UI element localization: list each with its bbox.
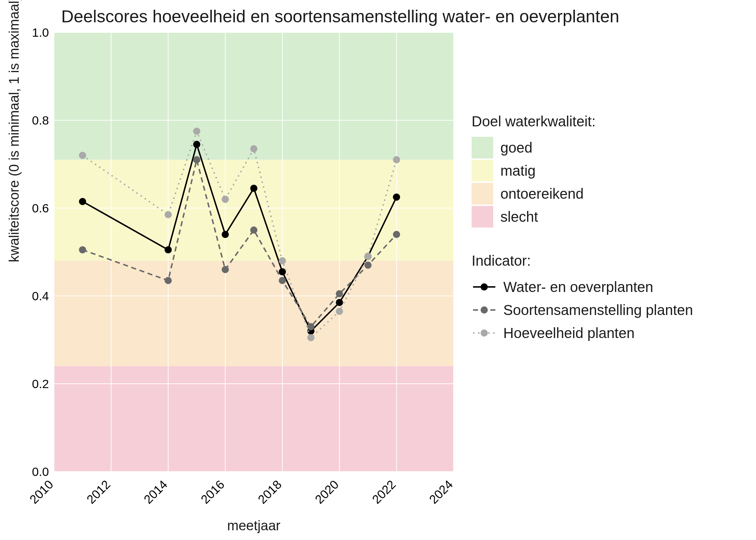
series-point: [165, 246, 172, 253]
legend-swatch: [472, 137, 493, 158]
chart-title: Deelscores hoeveelheid en soortensamenst…: [61, 6, 619, 26]
series-point: [79, 152, 86, 159]
series-point: [393, 231, 400, 238]
series-point: [250, 226, 257, 234]
legend-band-item: slecht: [472, 206, 738, 228]
x-tick-label: 2018: [255, 477, 284, 506]
x-tick-label: 2012: [84, 477, 113, 506]
legend-band-label: slecht: [500, 209, 538, 225]
legend-indicator-item: Hoeveelheid planten: [472, 322, 738, 344]
series-point: [364, 253, 372, 260]
x-tick-label: 2010: [27, 477, 56, 506]
series-point: [307, 334, 315, 341]
series-point: [165, 277, 172, 284]
series-point: [336, 290, 343, 297]
series-point: [193, 128, 200, 135]
series-point: [222, 196, 229, 203]
x-tick-label: 2024: [427, 477, 455, 506]
y-axis-label: kwaliteitscore (0 is minimaal, 1 is maxi…: [6, 0, 22, 262]
series-point: [193, 141, 200, 148]
series-point: [393, 156, 400, 163]
y-tick-label: 0.0: [32, 465, 49, 478]
series-point: [307, 323, 315, 330]
legend-band-label: goed: [500, 140, 532, 156]
legend-band-item: ontoereikend: [472, 183, 738, 204]
legend-band-item: matig: [472, 160, 738, 181]
series-point: [222, 266, 229, 273]
series-point: [193, 156, 200, 163]
series-point: [279, 277, 286, 284]
series-point: [165, 211, 172, 218]
quality-band: [54, 160, 454, 261]
x-axis-label: meetjaar: [227, 518, 280, 534]
x-tick-label: 2020: [312, 477, 341, 506]
legend: Doel waterkwaliteit: goedmatigontoereike…: [472, 113, 738, 345]
legend-band-label: ontoereikend: [500, 186, 584, 202]
y-tick-label: 0.2: [32, 377, 49, 391]
legend-bands-title: Doel waterkwaliteit:: [472, 113, 738, 130]
chart-svg: 0.00.20.40.60.81.02010201220142016201820…: [54, 32, 454, 472]
plot-area: 0.00.20.40.60.81.02010201220142016201820…: [54, 32, 454, 472]
legend-indicator-label: Hoeveelheid planten: [503, 325, 635, 341]
quality-band: [54, 366, 454, 472]
x-tick-label: 2014: [141, 477, 170, 506]
legend-band-item: goed: [472, 137, 738, 158]
svg-point-19: [481, 329, 488, 337]
legend-swatch: [472, 206, 493, 228]
legend-indicator-label: Soortensamenstelling planten: [503, 302, 693, 318]
y-tick-label: 1.0: [32, 26, 49, 39]
legend-indicator-item: Soortensamenstelling planten: [472, 299, 738, 321]
legend-swatch: [472, 160, 493, 181]
series-point: [79, 246, 86, 253]
quality-band: [54, 32, 454, 160]
legend-bands-section: Doel waterkwaliteit: goedmatigontoereike…: [472, 113, 738, 228]
series-point: [250, 145, 257, 152]
series-point: [79, 198, 86, 205]
legend-indicators-section: Indicator: Water- en oeverplanten Soorte…: [472, 253, 738, 344]
series-point: [279, 257, 286, 264]
x-tick-label: 2016: [198, 477, 227, 506]
legend-indicator-label: Water- en oeverplanten: [503, 279, 653, 295]
quality-band: [54, 261, 454, 366]
series-point: [336, 299, 343, 306]
svg-point-17: [481, 306, 488, 314]
series-point: [222, 231, 229, 238]
legend-indicator-title: Indicator:: [472, 253, 738, 269]
legend-indicator-swatch: [472, 276, 497, 298]
legend-indicator-item: Water- en oeverplanten: [472, 276, 738, 298]
x-tick-label: 2022: [369, 477, 398, 506]
figure: Deelscores hoeveelheid en soortensamenst…: [0, 0, 756, 540]
series-point: [336, 308, 343, 315]
legend-band-label: matig: [500, 163, 536, 179]
svg-point-15: [481, 283, 488, 291]
series-point: [393, 194, 400, 201]
series-point: [250, 185, 257, 192]
y-tick-label: 0.6: [32, 201, 49, 215]
legend-indicator-swatch: [472, 299, 497, 321]
y-tick-label: 0.4: [32, 289, 49, 303]
y-tick-label: 0.8: [32, 113, 49, 127]
legend-swatch: [472, 183, 493, 204]
legend-indicator-swatch: [472, 322, 497, 344]
